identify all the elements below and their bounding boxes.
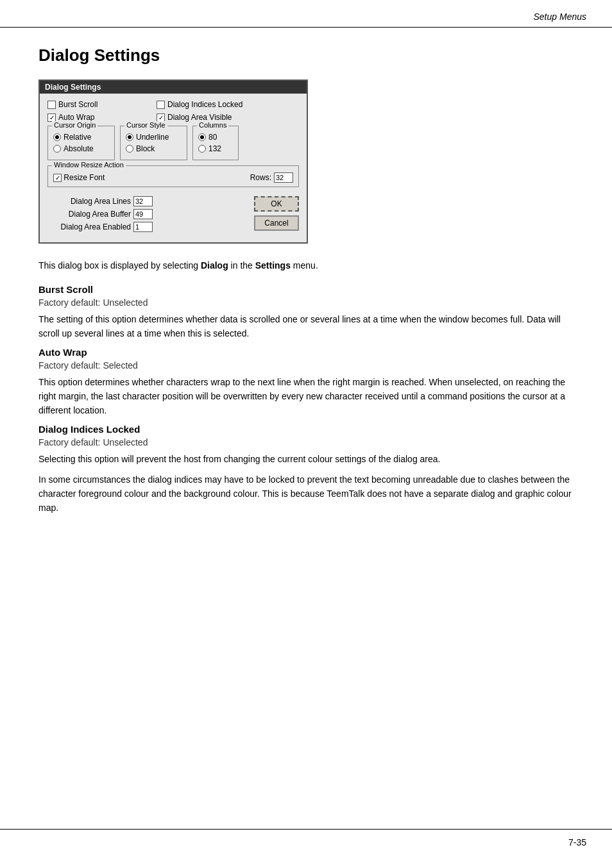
resize-font-label[interactable]: Resize Font <box>53 173 105 182</box>
dialog-area-visible-checkbox[interactable] <box>157 113 165 122</box>
rows-field: Rows: <box>250 172 293 183</box>
dialog-buttons: OK Cancel <box>254 196 299 231</box>
dialog-area-buffer-input[interactable] <box>133 209 153 219</box>
page-content: Dialog Settings Dialog Settings Burst Sc… <box>0 28 612 547</box>
page-footer: 7-35 <box>0 829 612 855</box>
page-number: 7-35 <box>568 837 586 847</box>
dialog-area-lines-row: Dialog Area Lines <box>47 196 153 206</box>
dialog-area-buffer-label: Dialog Area Buffer <box>47 210 131 219</box>
dialog-indices-locked-checkbox[interactable] <box>157 101 165 109</box>
cursor-style-title: Cursor Style <box>124 121 167 129</box>
cursor-origin-body: Relative Absolute <box>53 133 109 153</box>
burst-scroll-heading: Burst Scroll <box>38 284 574 295</box>
window-resize-title: Window Resize Action <box>52 161 126 169</box>
resize-font-checkbox[interactable] <box>53 174 62 182</box>
page-title: Dialog Settings <box>38 46 574 65</box>
burst-scroll-default: Factory default: Unselected <box>38 297 574 308</box>
auto-wrap-label[interactable]: Auto Wrap <box>47 113 137 122</box>
burst-scroll-para: The setting of this option determines wh… <box>38 313 574 340</box>
dialog-indices-locked-heading: Dialog Indices Locked <box>38 424 574 435</box>
columns-80-radio[interactable] <box>198 133 206 141</box>
columns-title: Columns <box>197 121 228 129</box>
cursor-origin-group: Cursor Origin Relative Absolute <box>47 126 115 160</box>
dialog-indices-locked-label[interactable]: Dialog Indices Locked <box>157 100 246 109</box>
dialog-area-enabled-label: Dialog Area Enabled <box>47 222 131 231</box>
dialog-area-visible-label[interactable]: Dialog Area Visible <box>157 113 246 122</box>
cursor-style-body: Underline Block <box>126 133 182 153</box>
dialog-body: Burst Scroll Dialog Indices Locked Auto … <box>40 94 307 242</box>
page-header: Setup Menus <box>0 0 612 28</box>
resize-body: Resize Font Rows: <box>53 172 293 183</box>
dialog-area-buffer-row: Dialog Area Buffer <box>47 209 153 219</box>
header-title: Setup Menus <box>534 12 587 22</box>
cursor-style-underline[interactable]: Underline <box>126 133 182 142</box>
dialog-indices-locked-para-1: Selecting this option will prevent the h… <box>38 453 574 467</box>
cursor-style-block[interactable]: Block <box>126 144 182 153</box>
cursor-origin-absolute-radio[interactable] <box>53 145 61 153</box>
dialog-row-1: Burst Scroll Dialog Indices Locked <box>47 100 299 109</box>
dialog-indices-locked-default: Factory default: Unselected <box>38 437 574 447</box>
burst-scroll-checkbox[interactable] <box>47 101 56 109</box>
dialog-indices-locked-para-2: In some circumstances the dialog indices… <box>38 473 574 515</box>
dialog-titlebar: Dialog Settings <box>40 81 307 94</box>
auto-wrap-default: Factory default: Selected <box>38 360 574 371</box>
cursor-style-group: Cursor Style Underline Block <box>120 126 187 160</box>
rows-input[interactable] <box>274 172 293 183</box>
cursor-style-underline-radio[interactable] <box>126 133 133 141</box>
intro-paragraph: This dialog box is displayed by selectin… <box>38 259 574 272</box>
dialog-fields: Dialog Area Lines Dialog Area Buffer Dia… <box>47 196 153 235</box>
section-auto-wrap: Auto Wrap Factory default: Selected This… <box>38 347 574 417</box>
auto-wrap-para: This option determines whether character… <box>38 376 574 417</box>
dialog-area-lines-label: Dialog Area Lines <box>47 197 131 206</box>
cursor-style-block-radio[interactable] <box>126 145 133 153</box>
cursor-origin-absolute[interactable]: Absolute <box>53 144 109 153</box>
section-burst-scroll: Burst Scroll Factory default: Unselected… <box>38 284 574 340</box>
auto-wrap-checkbox[interactable] <box>47 113 56 122</box>
ok-button[interactable]: OK <box>254 196 299 212</box>
dialog-box: Dialog Settings Burst Scroll Dialog Indi… <box>38 79 308 244</box>
columns-132-radio[interactable] <box>198 145 206 153</box>
columns-group: Columns 80 132 <box>192 126 239 160</box>
burst-scroll-label[interactable]: Burst Scroll <box>47 100 137 109</box>
dialog-area-enabled-row: Dialog Area Enabled <box>47 222 153 232</box>
section-dialog-indices-locked: Dialog Indices Locked Factory default: U… <box>38 424 574 515</box>
window-resize-group: Window Resize Action Resize Font Rows: <box>47 165 299 187</box>
columns-80[interactable]: 80 <box>198 133 233 142</box>
columns-132[interactable]: 132 <box>198 144 233 153</box>
dialog-area-enabled-input[interactable] <box>133 222 153 232</box>
cursor-origin-title: Cursor Origin <box>52 121 98 129</box>
columns-body: 80 132 <box>198 133 233 153</box>
auto-wrap-heading: Auto Wrap <box>38 347 574 358</box>
dialog-area-lines-input[interactable] <box>133 196 153 206</box>
dialog-bottom: Dialog Area Lines Dialog Area Buffer Dia… <box>47 194 299 235</box>
dialog-row-2: Auto Wrap Dialog Area Visible <box>47 113 299 122</box>
cancel-button[interactable]: Cancel <box>254 215 299 231</box>
groups-row: Cursor Origin Relative Absolute <box>47 126 299 160</box>
cursor-origin-relative-radio[interactable] <box>53 133 61 141</box>
cursor-origin-relative[interactable]: Relative <box>53 133 109 142</box>
